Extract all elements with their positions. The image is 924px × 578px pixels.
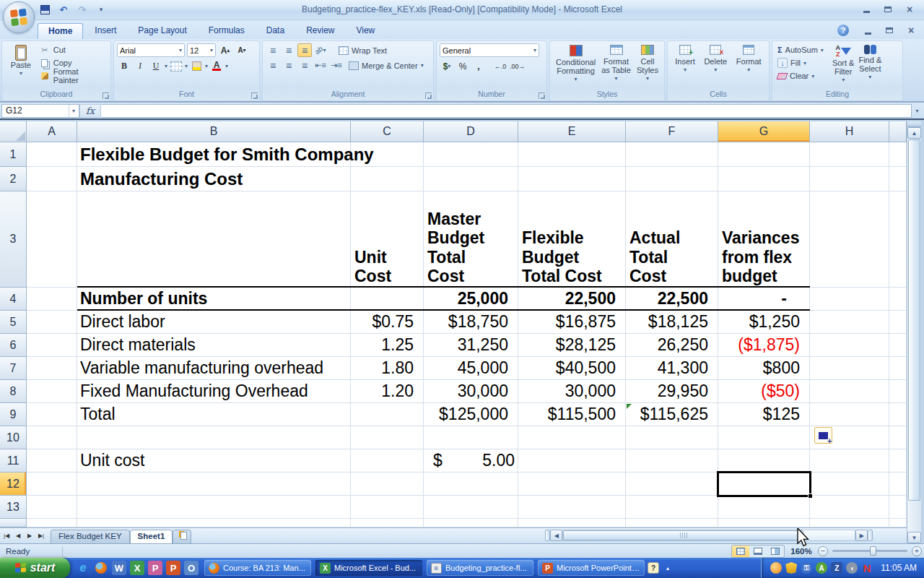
cell-c11[interactable] [351, 449, 424, 473]
decrease-decimal-icon[interactable]: .00→ [509, 59, 526, 73]
row-header-2[interactable]: 2 [0, 167, 27, 191]
tray-volume-icon[interactable]: ◖ [846, 562, 858, 574]
cell[interactable] [351, 426, 424, 449]
tab-split-handle[interactable] [545, 530, 550, 541]
clear-button[interactable]: Clear▾ [775, 69, 826, 82]
row-header-6[interactable]: 6 [0, 334, 27, 357]
cell-e3[interactable]: Flexible Budget Total Cost [518, 191, 626, 288]
vertical-scrollbar[interactable]: ▲ ▼ [907, 121, 921, 543]
scrollbar-split-handle[interactable] [868, 530, 873, 541]
cell-d7[interactable]: 45,000 [424, 357, 518, 380]
cell-a7[interactable] [27, 357, 77, 380]
cell[interactable] [889, 449, 907, 473]
cell-b1[interactable]: Flexible Budget for Smith Company [77, 142, 351, 167]
cell[interactable] [889, 167, 907, 191]
cell[interactable] [351, 473, 424, 496]
cell[interactable] [424, 473, 518, 496]
tray-key-icon[interactable]: ⚿ [801, 562, 812, 574]
cell[interactable] [889, 426, 907, 449]
cell-c3[interactable]: Unit Cost [351, 191, 424, 288]
cell[interactable] [626, 449, 718, 473]
cell-a9[interactable] [27, 403, 77, 426]
conditional-formatting-button[interactable]: Conditional Formatting▾ [554, 43, 598, 90]
word-icon[interactable]: W [112, 561, 126, 575]
wrap-text-button[interactable]: Wrap Text [336, 44, 389, 57]
doc-minimize-icon[interactable] [860, 25, 875, 36]
horizontal-scroll-thumb[interactable] [563, 530, 803, 540]
number-format-combo[interactable]: General▾ [440, 43, 539, 57]
accounting-format-icon[interactable]: $▾ [440, 59, 454, 73]
cell[interactable] [424, 142, 518, 167]
zoom-slider-thumb[interactable] [870, 546, 876, 556]
zoom-in-button[interactable]: + [912, 546, 922, 556]
previous-sheet-icon[interactable]: ◀ [13, 530, 23, 541]
row-header-9[interactable]: 9 [0, 403, 27, 426]
cell-b11[interactable]: Unit cost [77, 449, 351, 473]
cell-c6[interactable]: 1.25 [351, 334, 424, 357]
cell-f5[interactable]: $18,125 [626, 311, 718, 334]
shrink-font-icon[interactable]: A▾ [235, 43, 249, 57]
restore-icon[interactable] [881, 4, 895, 14]
cell-f3[interactable]: Actual Total Cost [626, 191, 718, 288]
cell[interactable] [810, 380, 889, 403]
align-top-icon[interactable]: ≡ [266, 43, 280, 57]
cell-d5[interactable]: $18,750 [424, 311, 518, 334]
merge-center-button[interactable]: Merge & Center▾ [346, 59, 426, 72]
cell-b8[interactable]: Fixed Manufacturing Overhead [77, 380, 351, 403]
column-header-g-selected[interactable]: G [718, 121, 810, 142]
align-center-icon[interactable]: ≡ [282, 59, 296, 72]
cell-a8[interactable] [27, 380, 77, 403]
doc-restore-icon[interactable] [882, 25, 897, 36]
cell-e4[interactable]: 22,500 [518, 288, 626, 311]
font-dialog-launcher-icon[interactable] [251, 92, 258, 99]
font-name-combo[interactable]: Arial▾ [117, 43, 185, 57]
tab-home[interactable]: Home [38, 23, 83, 39]
comma-style-icon[interactable]: , [471, 59, 486, 73]
row-header-1[interactable]: 1 [0, 142, 27, 167]
cell-b3[interactable] [77, 191, 351, 288]
cell[interactable] [889, 519, 907, 527]
fill-color-dropdown-icon[interactable]: ▾ [205, 63, 208, 69]
cell-a2[interactable] [27, 167, 77, 191]
align-bottom-icon[interactable]: ≡ [297, 43, 312, 57]
align-middle-icon[interactable]: ≡ [282, 43, 296, 57]
paste-button[interactable]: Paste▾ [5, 43, 37, 90]
column-header-b[interactable]: B [77, 121, 351, 142]
cell[interactable] [626, 496, 718, 519]
cell-b6[interactable]: Direct materials [77, 334, 351, 357]
office-button[interactable] [3, 1, 35, 33]
cell-b4[interactable]: Number of units [77, 288, 351, 311]
cell[interactable] [518, 167, 626, 191]
cell[interactable] [424, 519, 518, 527]
align-left-icon[interactable]: ≡ [266, 59, 280, 72]
horizontal-scrollbar[interactable]: ◀ ▶ [545, 528, 873, 541]
publisher-icon[interactable]: P [148, 561, 162, 575]
scroll-down-icon[interactable]: ▼ [907, 532, 921, 543]
cell[interactable] [518, 519, 626, 527]
cell-a11[interactable] [27, 449, 77, 473]
cell[interactable] [889, 473, 907, 496]
cell[interactable] [889, 334, 907, 357]
cell-f6[interactable]: 26,250 [626, 334, 718, 357]
paste-options-smart-tag[interactable] [814, 427, 832, 444]
cell-d11[interactable]: $5.00 [424, 449, 518, 473]
cell[interactable] [889, 380, 907, 403]
sheet-tab-flex-budget-key[interactable]: Flex Budget KEY [51, 530, 130, 543]
next-sheet-icon[interactable]: ▶ [25, 530, 35, 541]
cell-g5[interactable]: $1,250 [718, 311, 810, 334]
cell-a12[interactable] [27, 473, 77, 496]
cell[interactable] [810, 334, 889, 357]
cell-b13[interactable] [77, 496, 351, 519]
tray-antivirus-icon[interactable]: A [816, 562, 827, 574]
cell-d8[interactable]: 30,000 [424, 380, 518, 403]
cell-b7[interactable]: Variable manufacturing overhead [77, 357, 351, 380]
row-header-partial[interactable] [0, 519, 27, 527]
format-painter-button[interactable]: Format Painter [37, 69, 108, 82]
font-color-button[interactable]: A [209, 59, 224, 73]
horizontal-scroll-track[interactable] [562, 530, 855, 541]
column-header-f[interactable]: F [626, 121, 718, 142]
help-icon[interactable]: ? [837, 25, 849, 36]
cell-e6[interactable]: $28,125 [518, 334, 626, 357]
cell-e7[interactable]: $40,500 [518, 357, 626, 380]
cell-a10[interactable] [27, 426, 77, 449]
